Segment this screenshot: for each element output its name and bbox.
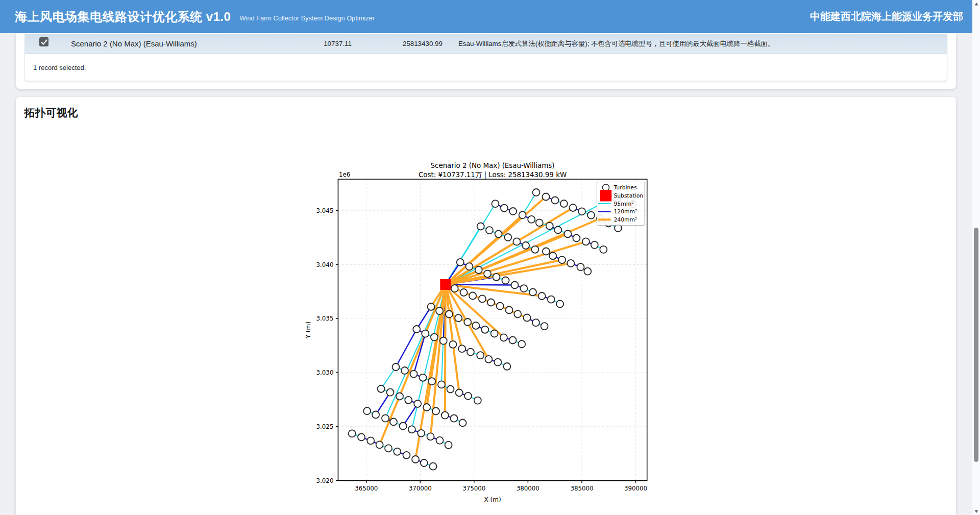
- cable-segment: [414, 334, 426, 374]
- table-row-selected[interactable]: Scenario 2 (No Max) (Esau-Williams) 1073…: [25, 34, 947, 54]
- turbine-marker: [349, 430, 356, 437]
- turbine-marker: [442, 412, 449, 419]
- x-tick-label: 370000: [409, 485, 432, 492]
- turbine-marker: [440, 337, 447, 345]
- y-tick-label: 3.030: [316, 369, 334, 376]
- turbine-marker: [419, 374, 426, 381]
- turbine-marker: [445, 442, 452, 449]
- turbine-marker: [464, 393, 472, 400]
- turbine-marker: [500, 334, 507, 341]
- turbine-marker: [513, 238, 520, 245]
- turbine-marker: [567, 260, 574, 267]
- y-tick-label: 3.020: [316, 477, 334, 484]
- turbine-marker: [457, 259, 464, 266]
- turbine-marker: [474, 397, 481, 404]
- turbine-marker: [600, 246, 607, 253]
- turbine-marker: [385, 445, 392, 452]
- turbine-marker: [363, 407, 371, 414]
- turbine-marker: [436, 437, 443, 444]
- turbine-marker: [551, 197, 558, 204]
- turbine-marker: [549, 252, 556, 259]
- turbine-marker: [573, 234, 580, 241]
- turbine-marker: [504, 234, 511, 241]
- turbine-marker: [390, 419, 397, 426]
- turbine-marker: [486, 227, 493, 234]
- turbine-marker: [459, 419, 466, 426]
- turbine-marker: [479, 295, 486, 302]
- turbine-marker: [400, 423, 407, 430]
- turbine-marker: [455, 314, 462, 322]
- scenario-name-cell: Scenario 2 (No Max) (Esau-Williams): [71, 34, 197, 53]
- turbine-marker: [518, 340, 525, 348]
- turbine-marker: [428, 378, 435, 385]
- turbine-marker: [436, 307, 443, 314]
- x-tick-label: 385000: [570, 485, 593, 492]
- y-tick-label: 3.045: [316, 207, 334, 214]
- turbine-marker: [392, 363, 399, 371]
- turbine-marker: [418, 430, 425, 437]
- turbine-marker: [464, 318, 471, 326]
- turbine-marker: [481, 326, 488, 333]
- cable-segment: [446, 284, 459, 393]
- turbine-marker: [587, 212, 595, 219]
- turbine-marker: [446, 310, 453, 317]
- turbine-marker: [386, 389, 394, 396]
- turbine-marker: [582, 238, 590, 245]
- turbine-marker: [523, 314, 530, 321]
- turbine-marker: [543, 248, 550, 255]
- turbine-marker: [414, 400, 421, 407]
- turbine-marker: [477, 352, 484, 359]
- turbine-marker: [427, 433, 434, 440]
- topology-figure: 3650003700003750003800003850003900003.02…: [302, 155, 684, 512]
- scroll-up-icon[interactable]: [972, 0, 980, 8]
- turbine-marker: [432, 408, 439, 415]
- y-tick-label: 3.025: [316, 423, 334, 430]
- turbine-marker: [465, 263, 473, 270]
- turbine-marker: [408, 426, 415, 433]
- turbine-marker: [533, 189, 540, 196]
- turbine-marker: [456, 389, 463, 397]
- substation-marker: [440, 279, 451, 290]
- turbine-marker: [421, 459, 428, 467]
- turbine-marker: [531, 246, 538, 253]
- selection-status: 1 record selected.: [33, 64, 86, 71]
- turbine-marker: [475, 266, 482, 274]
- page-scrollbar[interactable]: [972, 0, 980, 515]
- turbine-marker: [541, 323, 548, 330]
- turbine-marker: [491, 330, 498, 337]
- turbine-marker: [422, 330, 429, 337]
- turbine-marker: [591, 241, 598, 249]
- y-tick-label: 3.040: [316, 261, 334, 268]
- turbine-marker: [543, 193, 550, 200]
- legend-label: 95mm²: [614, 201, 633, 207]
- x-tick-label: 380000: [517, 485, 540, 492]
- turbine-marker: [519, 211, 526, 218]
- scrollbar-thumb[interactable]: [974, 228, 978, 462]
- turbine-marker: [477, 223, 484, 230]
- app-subtitle: Wind Farm Collector System Design Optimi…: [239, 14, 375, 22]
- turbine-marker: [509, 337, 516, 344]
- turbine-marker: [401, 367, 408, 374]
- turbine-marker: [520, 285, 527, 292]
- turbine-marker: [472, 322, 479, 329]
- turbine-markers: [349, 189, 636, 470]
- scroll-down-icon[interactable]: [972, 507, 980, 515]
- turbine-marker: [427, 303, 434, 310]
- x-tick-label: 365000: [355, 485, 378, 492]
- results-table: Scenario 2 (No Max) (Esau-Williams) 1073…: [24, 33, 947, 81]
- app-header: 海上风电场集电线路设计优化系统 v1.0 Wind Farm Collector…: [0, 0, 972, 33]
- turbine-marker: [430, 463, 437, 470]
- turbine-marker: [528, 216, 535, 223]
- turbine-marker: [450, 415, 457, 422]
- app-title: 海上风电场集电线路设计优化系统 v1.0: [15, 9, 231, 25]
- turbine-marker: [494, 359, 501, 366]
- y-axis-label: Y (m): [304, 322, 312, 339]
- turbine-marker: [522, 242, 529, 249]
- turbine-marker: [485, 356, 492, 363]
- row-checkbox[interactable]: [39, 37, 48, 46]
- legend-label: Turbines: [613, 184, 637, 191]
- turbine-marker: [536, 219, 543, 226]
- x-tick-label: 375000: [462, 485, 485, 492]
- turbine-marker: [564, 230, 571, 237]
- turbine-marker: [514, 310, 521, 317]
